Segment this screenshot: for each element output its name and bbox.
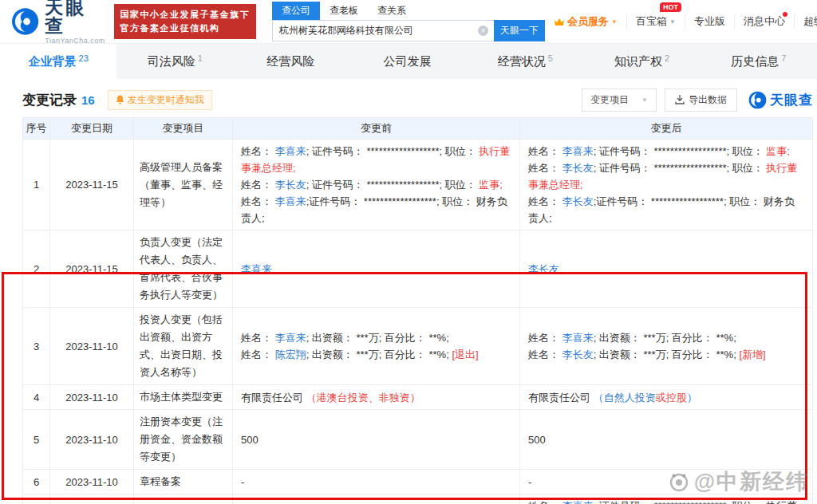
cell-text: 姓名： — [241, 195, 275, 207]
entity-link[interactable]: 李喜来 — [562, 500, 594, 504]
cell-text: 500 — [528, 434, 546, 446]
chevron-down-icon: ▼ — [669, 18, 676, 26]
cell-seq: 2 — [23, 230, 50, 308]
entity-link[interactable]: 李喜来 — [275, 195, 306, 207]
entity-link[interactable]: 李喜来 — [562, 332, 594, 344]
cell-text: ; 证件号码： ******************; 职位： — [306, 145, 480, 157]
cell-text: ; 出资额： ***万; 百分比： **%; — [306, 348, 452, 360]
link-super-fenghuo[interactable]: 超级风火.. ▼ — [794, 14, 817, 29]
cell-date: 2023-11-15 — [50, 230, 134, 308]
tab-company-background[interactable]: 企业背景23 — [0, 44, 116, 79]
search-area: 查公司 查老板 查关系 × 天眼一下 — [272, 2, 545, 41]
link-message-center[interactable]: 消息中心 — [734, 14, 794, 29]
cell-text: [退出] — [452, 348, 478, 360]
tab-judicial-risk[interactable]: 司法风险1 — [116, 44, 233, 79]
cell-after: 姓名： 李喜来; 证件号码： ******************; 职位： 监… — [520, 140, 813, 230]
col-header-seq: 序号 — [23, 118, 50, 140]
company-search-input[interactable] — [272, 20, 494, 41]
search-tab-boss[interactable]: 查老板 — [320, 2, 368, 20]
tab-history-info[interactable]: 历史信息7 — [701, 44, 817, 79]
company-section-tabs: 企业背景23 司法风险1 经营风险 公司发展 经营状况5 知识产权2 历史信息7 — [0, 44, 817, 79]
cell-text: ; 出资额： ***万; 百分比： **%; — [594, 348, 740, 360]
link-vip-services[interactable]: 会员服务 ▼ — [545, 14, 626, 29]
tab-operating-risk[interactable]: 经营风险 — [234, 44, 350, 79]
link-toolbox[interactable]: HOT 百宝箱 ▼ — [626, 14, 685, 29]
cell-text: 姓名： — [528, 145, 562, 157]
entity-link[interactable]: 李喜来 — [275, 145, 306, 157]
cell-text: 姓名： — [528, 500, 562, 504]
entity-link[interactable]: 李长友 — [562, 195, 594, 207]
top-header: 天眼查 TianYanCha.com 国家中小企业发展子基金旗下 官方备案企业征… — [0, 0, 817, 44]
cell-before: 500 — [233, 410, 520, 470]
cell-after: 姓名： 李喜来; 出资额： ***万; 百分比： **%;姓名： 李长友; 出资… — [520, 308, 813, 385]
section-count: 16 — [81, 93, 95, 107]
search-type-tabs: 查公司 查老板 查关系 — [272, 2, 545, 20]
table-row: 32023-11-10投资人变更（包括出资额、出资方式、出资日期、投资人名称等）… — [23, 308, 813, 385]
entity-link[interactable]: 李喜来 — [275, 332, 306, 344]
export-data-button[interactable]: 导出数据 — [665, 89, 737, 112]
entity-link[interactable]: 李喜来 — [562, 145, 594, 157]
cell-text: ; 证件号码： ******************; 职位： — [306, 179, 480, 191]
search-tab-relation[interactable]: 查关系 — [368, 2, 416, 20]
crown-icon — [554, 18, 565, 26]
change-records-table: 序号 变更日期 变更项目 变更前 变更后 12023-11-15高级管理人员备案… — [22, 117, 813, 504]
cell-before: 姓名： 李喜来; 出资额： ***万; 百分比： **%;姓名： 陈宏翔; 出资… — [233, 308, 520, 385]
cell-text: ; 出资额： ***万; 百分比： **%; — [306, 332, 449, 344]
table-row: 52023-11-10注册资本变更（注册资金、资金数额等变更）500500 — [23, 410, 813, 470]
cell-after: 姓名： 李喜来; 证件号码： ******************; 职位： 执… — [520, 494, 813, 504]
entity-link[interactable]: （自然人投资 — [594, 392, 656, 404]
cell-date: 2023-11-10 — [50, 308, 134, 385]
search-button[interactable]: 天眼一下 — [494, 20, 545, 41]
cell-text: 姓名： — [528, 162, 562, 174]
entity-link[interactable]: 李长友 — [562, 162, 594, 174]
col-header-date: 变更日期 — [50, 118, 134, 140]
cell-before: 姓名： 李喜来; 证件号码： ******************; 职位： 执… — [233, 494, 520, 504]
cell-text: 有限责任公司 — [241, 392, 306, 404]
cell-after: 有限责任公司 （自然人投资或控股） — [520, 385, 813, 410]
cell-text: 姓名： — [241, 145, 275, 157]
download-icon — [675, 95, 685, 104]
col-header-after: 变更后 — [520, 118, 813, 140]
cell-change-item: 市场主体类型变更 — [134, 385, 233, 410]
entity-link[interactable]: 李长友 — [562, 348, 594, 360]
gov-badge-line2: 官方备案企业征信机构 — [120, 22, 251, 35]
entity-link[interactable]: 李喜来 — [241, 263, 272, 275]
cell-before: 姓名： 李喜来; 证件号码： ******************; 职位： 执… — [233, 140, 520, 230]
section-header: 变更记录 16 发生变更时通知我 变更项目 ▼ 导出数据 — [22, 87, 813, 112]
change-item-filter-dropdown[interactable]: 变更项目 ▼ — [582, 89, 657, 112]
gov-badge-line1: 国家中小企业发展子基金旗下 — [120, 8, 251, 22]
clear-search-icon[interactable]: × — [478, 26, 488, 36]
chevron-down-icon: ▼ — [611, 18, 618, 26]
notify-on-change-button[interactable]: 发生变更时通知我 — [108, 90, 212, 110]
bell-icon — [116, 95, 124, 104]
section-title: 变更记录 — [22, 91, 77, 109]
entity-link[interactable]: 陈宏翔 — [275, 348, 306, 360]
search-tab-company[interactable]: 查公司 — [272, 2, 320, 20]
cell-text: 姓名： — [241, 348, 275, 360]
table-row: 62023-11-10章程备案-- — [23, 470, 813, 494]
entity-link[interactable]: 李长友 — [528, 263, 559, 275]
tab-operating-status[interactable]: 经营状况5 — [467, 44, 583, 79]
entity-link[interactable]: 李长友 — [275, 179, 306, 191]
cell-after: - — [520, 470, 813, 494]
top-links: 会员服务 ▼ HOT 百宝箱 ▼ 专业版 消息中心 超级风火.. ▼ — [545, 14, 817, 29]
cell-text: 或控股 — [656, 392, 687, 404]
entity-link[interactable]: ） — [687, 392, 697, 404]
cell-before: 李喜来 — [233, 230, 520, 308]
cell-change-item: 负责人变更（法定代表人、负责人、首席代表、合伙事务执行人等变更） — [134, 230, 233, 308]
table-row: 22023-11-15负责人变更（法定代表人、负责人、首席代表、合伙事务执行人等… — [23, 230, 813, 308]
cell-after: 李长友 — [520, 230, 813, 308]
cell-text: - — [528, 476, 531, 488]
tianyancha-logo-icon — [11, 7, 39, 36]
link-pro-version[interactable]: 专业版 — [685, 14, 734, 29]
cell-seq: 5 — [23, 410, 50, 470]
cell-text: 姓名： — [241, 179, 275, 191]
cell-text: ; 证件号码： ******************; 职位： — [594, 145, 767, 157]
tab-intellectual-property[interactable]: 知识产权2 — [583, 44, 700, 79]
tianyancha-logo[interactable]: 天眼查 TianYanCha.com — [11, 0, 106, 45]
tianyancha-inline-logo: 天眼查 — [748, 91, 813, 109]
tab-company-development[interactable]: 公司发展 — [350, 44, 467, 79]
col-header-before: 变更前 — [233, 118, 520, 140]
cell-change-item: 高级管理人员备案（董事、监事、经理等） — [134, 494, 233, 504]
table-row: 42023-11-10市场主体类型变更有限责任公司 （港澳台投资、非独资）有限责… — [23, 385, 813, 410]
